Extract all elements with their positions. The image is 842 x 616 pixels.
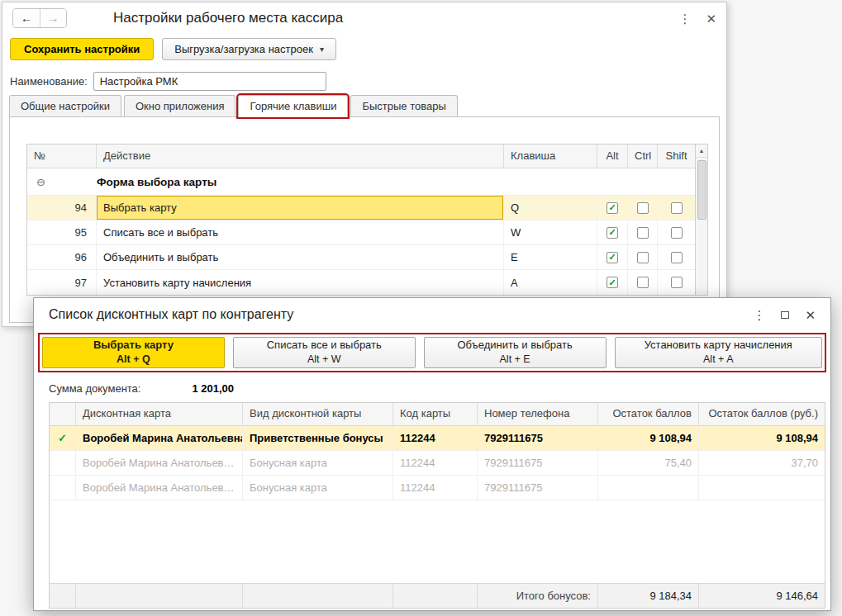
row-key[interactable]: E: [504, 245, 597, 269]
cell-points[interactable]: 9 108,94: [598, 426, 699, 450]
document-sum-row: Сумма документа: 1 201,00: [49, 382, 816, 395]
col-header-key: Клавиша: [504, 145, 597, 168]
window-title: Список дисконтных карт по контрагенту: [49, 307, 293, 322]
tab-quick-goods[interactable]: Быстрые товары: [350, 95, 457, 116]
col-header-action: Действие: [97, 145, 504, 168]
name-input[interactable]: [93, 72, 326, 91]
row-num: 96: [27, 245, 97, 269]
name-label: Наименование:: [10, 75, 88, 88]
table-row[interactable]: Воробей Марина Анатольев… Бонусная карта…: [50, 451, 825, 476]
alt-checkbox[interactable]: ✓: [607, 202, 618, 214]
row-action[interactable]: Списать все и выбрать: [97, 220, 504, 244]
button-label: Объединить и выбрать: [457, 339, 572, 353]
alt-checkbox[interactable]: ✓: [607, 252, 618, 263]
cell-points-rub[interactable]: [699, 476, 825, 500]
cell-type[interactable]: Бонусная карта: [243, 451, 393, 475]
cell-card[interactable]: Воробей Марина Анатольев…: [76, 476, 243, 500]
table-row[interactable]: 95 Списать все и выбрать W ✓: [27, 220, 695, 245]
row-action[interactable]: Установить карту начисления: [97, 270, 504, 295]
row-action[interactable]: Выбрать карту: [97, 196, 504, 220]
scrollbar-thumb[interactable]: [697, 160, 706, 220]
cell-card[interactable]: Воробей Марина Анатольевна…: [76, 426, 243, 450]
shift-checkbox[interactable]: [671, 277, 683, 288]
row-key[interactable]: W: [504, 220, 597, 244]
row-num: 95: [27, 220, 97, 244]
discount-cards-table: Дисконтная карта Вид дисконтной карты Ко…: [49, 402, 825, 609]
vertical-scrollbar[interactable]: ▲: [696, 144, 708, 296]
selected-check-icon: [50, 476, 76, 500]
cell-code[interactable]: 112244: [393, 476, 478, 500]
shift-checkbox[interactable]: [671, 227, 683, 239]
writeoff-all-select-button[interactable]: Списать все и выбрать Alt + W: [233, 337, 416, 368]
cell-points[interactable]: 75,40: [598, 451, 699, 475]
button-label: Установить карту начисления: [645, 339, 792, 353]
ctrl-checkbox[interactable]: [637, 252, 649, 263]
cell-phone[interactable]: 7929111675: [478, 451, 598, 475]
col-header-shift: Shift: [658, 145, 695, 168]
table-row[interactable]: 96 Объединить и выбрать E ✓: [27, 245, 695, 270]
back-arrow-icon[interactable]: ←: [13, 9, 40, 27]
import-export-button[interactable]: Выгрузка/загрузка настроек ▾: [162, 38, 336, 60]
cell-points[interactable]: [598, 476, 699, 500]
cell-phone[interactable]: 7929111675: [478, 476, 598, 500]
table-empty-area: [50, 500, 825, 583]
shift-checkbox[interactable]: [671, 202, 683, 214]
more-menu-icon[interactable]: ⋮: [753, 309, 765, 321]
set-accrual-card-button[interactable]: Установить карту начисления Alt + A: [615, 337, 822, 368]
col-header-mark: [50, 403, 76, 425]
cell-type[interactable]: Приветственные бонусы: [243, 426, 393, 450]
tab-general[interactable]: Общие настройки: [9, 95, 121, 116]
forward-arrow-icon[interactable]: →: [40, 9, 66, 27]
ctrl-checkbox[interactable]: [637, 202, 649, 214]
select-card-button[interactable]: Выбрать карту Alt + Q: [42, 337, 225, 368]
cell-points-rub[interactable]: 37,70: [699, 451, 825, 475]
close-icon[interactable]: ✕: [805, 309, 816, 321]
scroll-up-icon[interactable]: ▲: [696, 145, 707, 158]
tab-app-window[interactable]: Окно приложения: [124, 95, 236, 116]
group-label: Форма выбора карты: [97, 176, 216, 188]
row-action[interactable]: Объединить и выбрать: [97, 245, 504, 269]
row-num: 94: [27, 196, 97, 220]
cell-points-rub[interactable]: 9 108,94: [699, 426, 825, 450]
cell-code[interactable]: 112244: [393, 426, 478, 450]
save-settings-button[interactable]: Сохранить настройки: [10, 38, 154, 60]
cell-card[interactable]: Воробей Марина Анатольев…: [76, 451, 243, 475]
ctrl-checkbox[interactable]: [637, 277, 649, 288]
name-row: Наименование:: [2, 65, 726, 91]
cell-code[interactable]: 112244: [393, 451, 478, 475]
merge-select-button[interactable]: Объединить и выбрать Alt + E: [424, 337, 607, 368]
table-row[interactable]: ✓ Воробей Марина Анатольевна… Приветстве…: [50, 426, 825, 451]
nav-buttons: ← →: [12, 8, 67, 28]
settings-tabs: Общие настройки Окно приложения Горячие …: [9, 95, 458, 116]
row-key[interactable]: Q: [504, 196, 597, 220]
alt-checkbox[interactable]: ✓: [607, 227, 618, 239]
table-row[interactable]: Воробей Марина Анатольев… Бонусная карта…: [50, 476, 825, 500]
cell-phone[interactable]: 7929111675: [478, 426, 598, 450]
row-key[interactable]: A: [504, 270, 597, 295]
group-row[interactable]: ⊖ Форма выбора карты: [27, 168, 695, 196]
col-header-alt: Alt: [597, 145, 628, 168]
tab-hotkeys[interactable]: Горячие клавиши: [238, 95, 348, 117]
settings-toolbar: Сохранить настройки Выгрузка/загрузка на…: [2, 34, 726, 65]
hotkeys-panel: № Действие Клавиша Alt Ctrl Shift ⊖ Форм…: [9, 116, 720, 323]
collapse-icon[interactable]: ⊖: [27, 176, 97, 188]
button-label: Выбрать карту: [93, 339, 174, 353]
table-row[interactable]: 94 Выбрать карту Q ✓: [27, 196, 695, 220]
maximize-icon[interactable]: [781, 311, 789, 319]
window-title: Настройки рабочего места кассира: [113, 10, 343, 26]
button-shortcut: Alt + Q: [117, 353, 150, 366]
col-header-points-rub: Остаток баллов (руб.): [699, 403, 825, 425]
ctrl-checkbox[interactable]: [637, 227, 649, 239]
document-sum-value: 1 201,00: [192, 382, 234, 395]
cards-table-header: Дисконтная карта Вид дисконтной карты Ко…: [50, 403, 825, 426]
cell-type[interactable]: Бонусная карта: [243, 476, 393, 500]
footer-cell: [393, 584, 478, 608]
button-label: Списать все и выбрать: [267, 339, 382, 353]
table-row[interactable]: 97 Установить карту начисления A ✓: [27, 270, 695, 295]
more-menu-icon[interactable]: ⋮: [678, 12, 691, 25]
shift-checkbox[interactable]: [671, 252, 683, 263]
col-header-points: Остаток баллов: [598, 403, 699, 425]
close-icon[interactable]: ✕: [706, 12, 716, 25]
alt-checkbox[interactable]: ✓: [607, 277, 618, 288]
col-header-phone: Номер телефона: [478, 403, 598, 425]
